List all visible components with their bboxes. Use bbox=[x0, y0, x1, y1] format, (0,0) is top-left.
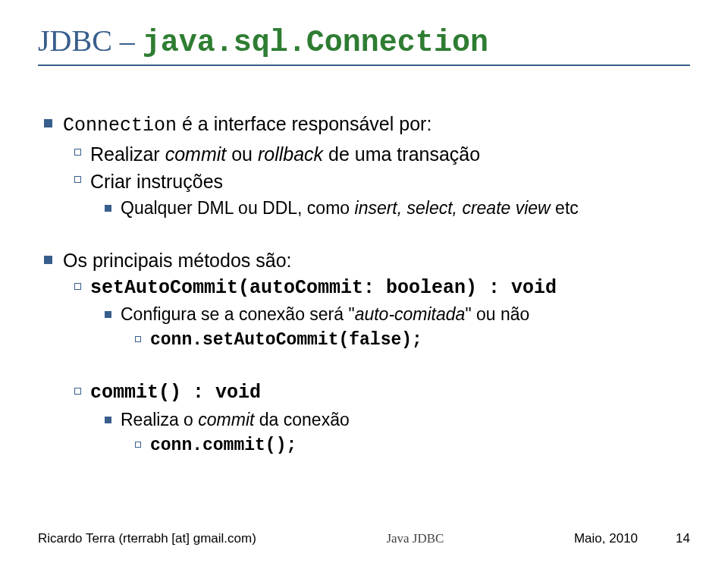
code-example: conn.setAutoCommit(false); bbox=[150, 329, 422, 352]
square-bullet-icon bbox=[44, 119, 52, 127]
text-line: Realizar commit ou rollback de uma trans… bbox=[90, 142, 480, 167]
open-square-bullet-icon bbox=[74, 388, 81, 395]
open-square-bullet-icon bbox=[74, 176, 81, 183]
small-square-bullet-icon bbox=[105, 417, 111, 423]
footer-author: Ricardo Terra (rterrabh [at] gmail.com) bbox=[38, 531, 256, 546]
bullet-level3: Realiza o commit da conexão bbox=[44, 409, 690, 432]
bullet-level4: conn.commit(); bbox=[44, 435, 690, 458]
bullet-level1: Connection é a interface responsável por… bbox=[44, 112, 690, 139]
bullet-level2: commit() : void bbox=[44, 381, 690, 406]
bullet-level2: setAutoCommit(autoCommit: boolean) : voi… bbox=[44, 276, 690, 301]
title-underline bbox=[38, 64, 690, 66]
slide-title: JDBC – java.sql.Connection bbox=[38, 23, 690, 60]
small-square-bullet-icon bbox=[105, 311, 111, 318]
text-line: Os principais métodos são: bbox=[63, 248, 292, 273]
slide-content: Connection é a interface responsável por… bbox=[38, 112, 690, 457]
bullet-level2: Realizar commit ou rollback de uma trans… bbox=[44, 142, 690, 167]
small-open-square-bullet-icon bbox=[135, 442, 141, 448]
method-signature: commit() : void bbox=[90, 381, 261, 406]
small-open-square-bullet-icon bbox=[135, 336, 141, 342]
footer-page-number: 14 bbox=[676, 531, 690, 546]
title-class: java.sql.Connection bbox=[143, 26, 488, 60]
square-bullet-icon bbox=[44, 256, 52, 264]
text-line: Criar instruções bbox=[90, 169, 223, 194]
bullet-level1: Os principais métodos são: bbox=[44, 248, 690, 273]
bullet-level3: Qualquer DML ou DDL, como insert, select… bbox=[44, 197, 690, 220]
small-square-bullet-icon bbox=[105, 205, 111, 212]
text-line: Connection é a interface responsável por… bbox=[63, 112, 431, 139]
code-example: conn.commit(); bbox=[150, 435, 297, 458]
footer-title: Java JDBC bbox=[386, 531, 444, 546]
text-line: Configura se a conexão será "auto-comita… bbox=[121, 304, 529, 326]
method-signature: setAutoCommit(autoCommit: boolean) : voi… bbox=[90, 276, 557, 301]
slide-footer: Ricardo Terra (rterrabh [at] gmail.com) … bbox=[38, 531, 690, 546]
open-square-bullet-icon bbox=[74, 149, 81, 156]
bullet-level4: conn.setAutoCommit(false); bbox=[44, 329, 690, 352]
title-jdbc: JDBC bbox=[38, 24, 112, 58]
open-square-bullet-icon bbox=[74, 283, 81, 290]
text-line: Realiza o commit da conexão bbox=[121, 409, 350, 432]
text-line: Qualquer DML ou DDL, como insert, select… bbox=[121, 197, 579, 220]
title-separator: – bbox=[112, 24, 143, 58]
footer-date: Maio, 2010 bbox=[574, 531, 638, 546]
bullet-level2: Criar instruções bbox=[44, 169, 690, 194]
bullet-level3: Configura se a conexão será "auto-comita… bbox=[44, 304, 690, 326]
